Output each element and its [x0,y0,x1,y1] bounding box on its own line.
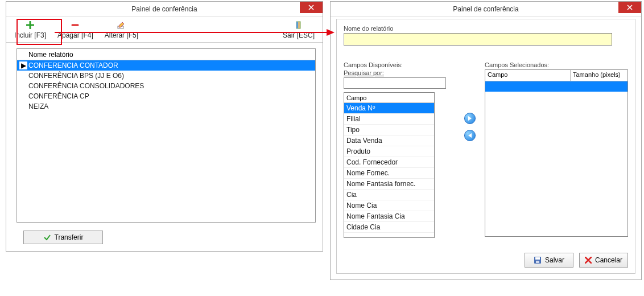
available-item[interactable]: Venda Nº [344,103,434,114]
list-row[interactable]: CONFERÊNCIA BPS (JJ E O6) [17,71,315,81]
list-cell: CONFERÊNCIA CP [27,92,89,100]
search-label: Pesquisar por: [344,69,455,76]
available-item[interactable]: Filial [344,114,434,125]
available-item[interactable]: Cod. Fornecedor [344,157,434,168]
list-cell: CONFERENCIA CONTADOR [27,61,118,69]
list-row[interactable]: CONFERÊNCIA CONSOLIDADORES [17,81,315,91]
toolbar: Incluir [F3] Apagar [F4] Alterar [F5] Sa… [6,17,323,43]
available-item[interactable]: Cidade Cia [344,222,434,233]
selected-thead: Campo Tamanho (pixels) [485,70,628,81]
incluir-label: Incluir [F3] [14,31,46,39]
available-item[interactable]: Nome Cia [344,200,434,211]
move-left-button[interactable] [464,130,476,141]
selected-row[interactable] [485,81,628,92]
available-item[interactable]: Tipo [344,125,434,135]
dialog-buttons: Salvar Cancelar [525,253,628,268]
report-name-label: Nome do relatório [344,25,628,32]
list-header-label: Nome relatório [28,51,73,59]
search-input[interactable] [344,77,446,89]
list-cell: CONFERÊNCIA CONSOLIDADORES [27,82,144,90]
close-button[interactable] [300,2,323,13]
transfer-label: Transferir [55,233,84,241]
plus-icon [26,20,34,30]
edit-icon [117,20,125,30]
available-item[interactable]: Nome Fantasia Cia [344,211,434,222]
list-cell: CONFERÊNCIA BPS (JJ E O6) [27,72,124,80]
report-name-input[interactable] [344,33,612,46]
sair-button[interactable]: Sair [ESC] [277,17,320,42]
save-icon [534,256,542,264]
selected-column: Campos Selecionados: Campo Tamanho (pixe… [485,61,628,237]
minus-icon [71,20,79,30]
list-row[interactable]: ▶CONFERENCIA CONTADOR [17,60,315,71]
alterar-label: Alterar [F5] [105,31,138,39]
available-item[interactable]: Nome Fornec. [344,168,434,179]
window-title: Painel de conferência [331,5,641,13]
selected-th-tamanho: Tamanho (pixels) [571,70,628,81]
alterar-button[interactable]: Alterar [F5] [99,17,144,42]
move-right-button[interactable] [464,113,476,124]
report-list: Nome relatório ▶CONFERENCIA CONTADOR CON… [16,48,316,223]
available-header: Campo [344,93,434,103]
available-item[interactable]: Cia [344,190,434,200]
list-body: ▶CONFERENCIA CONTADOR CONFERÊNCIA BPS (J… [17,60,315,112]
svg-rect-6 [535,257,540,260]
transfer-buttons [462,113,478,141]
cancel-icon [585,257,592,264]
selected-table[interactable]: Campo Tamanho (pixels) [485,69,628,237]
close-button[interactable] [618,2,641,13]
svg-rect-2 [296,22,298,28]
save-button[interactable]: Salvar [525,253,573,268]
edit-window: Painel de conferência Nome do relatório … [330,1,642,280]
edit-content: Nome do relatório Campos Disponíveis: Pe… [336,19,635,274]
available-item[interactable]: Produto [344,146,434,157]
save-label: Salvar [545,256,564,264]
available-listbox[interactable]: Campo Venda Nº Filial Tipo Data Venda Pr… [344,92,435,238]
toolbar-spacer [144,17,277,42]
list-cell: NEIZA [27,102,48,110]
titlebar: Painel de conferência [331,2,641,17]
selected-label: Campos Selecionados: [485,61,628,68]
columns-wrap: Campos Disponíveis: Pesquisar por: Campo… [344,61,628,238]
window-title: Painel de conferência [6,5,323,13]
check-icon [43,233,51,241]
selected-tbody [485,81,628,92]
list-header: Nome relatório [17,49,315,60]
available-item[interactable]: Data Venda [344,135,434,146]
panel-window: Painel de conferência Incluir [F3] Apaga… [6,1,323,252]
available-item[interactable]: Nome Fantasia fornec. [344,179,434,190]
arrow-left-icon [467,133,473,138]
cancel-button[interactable]: Cancelar [579,253,628,268]
titlebar: Painel de conferência [6,2,323,17]
door-icon [295,20,303,30]
list-row[interactable]: NEIZA [17,101,315,112]
close-icon [627,5,633,10]
apagar-button[interactable]: Apagar [F4] [52,17,99,42]
selected-th-campo: Campo [485,70,571,81]
available-column: Campos Disponíveis: Pesquisar por: Campo… [344,61,455,238]
list-row[interactable]: CONFERÊNCIA CP [17,91,315,101]
svg-rect-7 [536,261,539,263]
transfer-button[interactable]: Transferir [23,231,103,244]
cancel-label: Cancelar [595,256,622,264]
apagar-label: Apagar [F4] [57,31,93,39]
close-icon [308,5,314,10]
available-label: Campos Disponíveis: [344,61,455,68]
sair-label: Sair [ESC] [283,31,315,39]
arrow-right-icon [467,116,473,121]
incluir-button[interactable]: Incluir [F3] [9,17,52,42]
